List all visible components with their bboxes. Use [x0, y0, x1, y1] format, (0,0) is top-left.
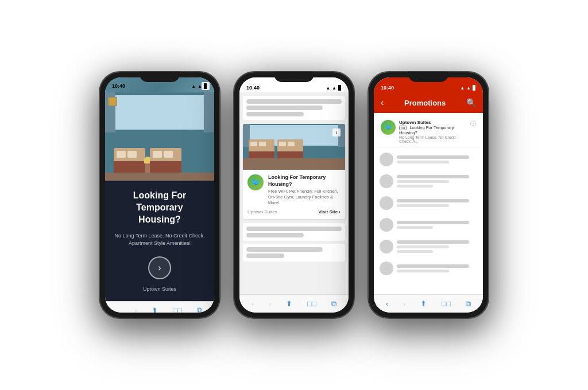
ad-card-room	[243, 124, 345, 170]
mini-bed-left	[249, 139, 274, 159]
promo-avatar	[380, 196, 393, 210]
phone-2-time: 10:40	[246, 85, 260, 91]
nav-share-phone1[interactable]: ⬆	[149, 304, 160, 313]
phone-1-time: 10:40	[112, 83, 125, 89]
promo-avatar	[380, 240, 393, 253]
promo-ad-title: Looking For Temporary Housing?	[399, 125, 454, 135]
pillow	[288, 142, 295, 146]
promotions-header: ‹ Promotions 🔍	[374, 92, 483, 113]
header-search-button[interactable]: 🔍	[466, 98, 476, 107]
dark-overlay: Looking For Temporary Housing? No Long T…	[105, 181, 214, 301]
header-back-button[interactable]: ‹	[381, 98, 384, 108]
promo-text-lines	[397, 264, 477, 272]
promo-text-lines	[397, 199, 477, 207]
battery-icon: ▊	[473, 85, 476, 91]
mini-bed-right	[277, 139, 303, 159]
cta-button-phone1[interactable]: ›	[148, 256, 171, 279]
promo-line	[397, 161, 449, 163]
nav-tabs-phone2[interactable]: ⧉	[329, 297, 339, 311]
nav-tabs-phone3[interactable]: ⧉	[463, 297, 473, 311]
ad-tag-badge: Ad	[399, 126, 407, 130]
promo-item-ad[interactable]: 🐦 Uptown Suites Ad Looking For Temporary…	[377, 116, 479, 147]
ad-card-phone2: i 🐦 Looking For Temporary Housing? Free …	[243, 124, 345, 219]
pillow	[127, 151, 137, 158]
battery-icon: ▊	[338, 85, 342, 91]
brand-logo-phone2: 🐦	[247, 174, 264, 190]
wifi-icon: ▲	[198, 84, 202, 89]
list-item[interactable]	[377, 171, 479, 191]
pillow	[259, 142, 266, 146]
promo-line	[397, 199, 469, 202]
nav-forward-phone2[interactable]: ›	[266, 297, 273, 310]
wifi-icon: ▲	[332, 85, 336, 91]
promo-line	[397, 270, 449, 272]
promo-avatar	[380, 218, 393, 232]
room-illustration-1	[105, 92, 214, 181]
window	[115, 95, 204, 130]
promo-text-lines	[397, 240, 477, 253]
feed-bar	[246, 106, 323, 110]
promo-info-icon: ⓘ	[470, 120, 476, 128]
promo-line	[397, 245, 449, 248]
ad-headline-phone1: Looking For Temporary Housing?	[114, 190, 205, 225]
nav-forward-phone1[interactable]: ›	[132, 304, 139, 313]
nav-back-phone3[interactable]: ‹	[384, 297, 390, 310]
signal-icon: ▲	[191, 84, 196, 89]
ad-badge-phone2: i	[332, 128, 341, 136]
bed-cover	[114, 161, 145, 174]
nav-share-phone2[interactable]: ⬆	[284, 297, 295, 310]
ad-brand-name: Uptown Suites	[247, 209, 277, 214]
phone-3-screen: 10:40 ▲ ▲ ▊ ‹ Promotions 🔍	[374, 77, 483, 313]
nav-forward-phone3[interactable]: ›	[401, 297, 408, 310]
pillow	[164, 151, 173, 158]
ad-card-title: Looking For Temporary Housing?	[268, 174, 341, 188]
promo-brand-logo: 🐦	[381, 120, 396, 135]
nav-share-phone3[interactable]: ⬆	[418, 297, 429, 310]
visit-site-link[interactable]: Visit Site ›	[318, 209, 341, 214]
ad-card-text: Looking For Temporary Housing? Free WiFi…	[268, 174, 341, 206]
list-item[interactable]	[377, 215, 479, 235]
nav-bookmarks-phone3[interactable]: □□	[439, 297, 453, 310]
phone-1-icons: ▲ ▲ ▊	[191, 84, 207, 89]
phone-3-time: 10:40	[381, 85, 394, 91]
phone-2-feed: i 🐦 Looking For Temporary Housing? Free …	[239, 92, 349, 294]
promo-line	[397, 155, 469, 159]
pillow	[117, 151, 126, 158]
promo-ad-tag-line: Ad Looking For Temporary Housing?	[399, 125, 467, 135]
phone-3-notch	[408, 72, 448, 82]
phone-3: 10:40 ▲ ▲ ▊ ‹ Promotions 🔍	[368, 72, 489, 318]
phone-1-notch	[140, 72, 180, 82]
nav-tabs-phone1[interactable]: ⧉	[195, 303, 204, 313]
nav-back-phone2[interactable]: ‹	[249, 297, 256, 310]
feed-bar	[246, 99, 342, 104]
promo-line	[397, 175, 469, 178]
bed-left	[114, 148, 145, 174]
list-item[interactable]	[377, 193, 479, 213]
list-item[interactable]	[377, 237, 479, 256]
promo-text-lines	[397, 175, 477, 188]
promo-line	[397, 264, 469, 268]
phone-1-content: 10:40 ▲ ▲ ▊	[105, 77, 214, 313]
feed-bar	[246, 227, 342, 231]
bed-right	[150, 148, 181, 174]
promo-line	[397, 240, 469, 244]
promo-line	[397, 185, 433, 188]
promo-desc: No Long Term Lease. No Credit Check. A..…	[399, 135, 467, 143]
promo-line	[397, 250, 433, 253]
nav-bookmarks-phone1[interactable]: □□	[171, 304, 184, 313]
phone-1-bottom-nav: ‹ › ⬆ □□ ⧉	[105, 301, 214, 313]
phone-3-bottom-nav: ‹ › ⬆ □□ ⧉	[374, 294, 483, 313]
promotions-title: Promotions	[404, 99, 446, 107]
promo-line	[397, 226, 433, 229]
frame-pic	[108, 97, 117, 106]
list-item[interactable]	[377, 150, 479, 169]
nav-back-phone1[interactable]: ‹	[115, 304, 122, 313]
mini-floor	[243, 158, 345, 170]
promo-brand-name: Uptown Suites	[399, 120, 467, 125]
feed-bar	[246, 233, 304, 237]
list-item[interactable]	[377, 259, 479, 278]
brand-name-phone1: Uptown Suites	[143, 286, 176, 292]
ad-card-body: 🐦 Looking For Temporary Housing? Free Wi…	[243, 170, 345, 219]
phones-container: 10:40 ▲ ▲ ▊	[88, 60, 500, 330]
nav-bookmarks-phone2[interactable]: □□	[305, 297, 319, 310]
